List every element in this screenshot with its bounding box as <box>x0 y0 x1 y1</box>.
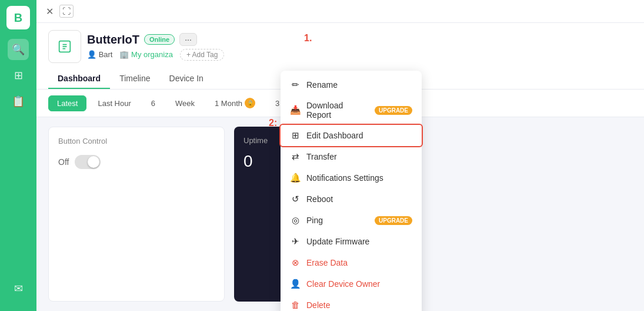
download-icon: 📥 <box>290 105 301 115</box>
status-badge: Online <box>144 34 175 45</box>
menu-item-firmware[interactable]: ✈ Update Firmware <box>281 231 422 252</box>
search-icon: 🔍 <box>12 43 25 56</box>
grid-icon: ⊞ <box>14 69 23 82</box>
report-icon: 📋 <box>12 95 25 108</box>
toggle-row: Off <box>58 155 215 169</box>
menu-item-delete[interactable]: 🗑 Delete <box>281 295 422 311</box>
device-user: Bart <box>99 50 113 59</box>
sidebar-item-grid[interactable]: ⊞ <box>8 65 29 86</box>
toggle-label: Off <box>58 157 69 167</box>
send-icon: ✉ <box>14 282 23 295</box>
sidebar-logo[interactable]: B <box>6 6 30 29</box>
delete-icon: 🗑 <box>290 300 301 310</box>
sidebar-item-report[interactable]: 📋 <box>8 91 29 112</box>
sidebar-item-send[interactable]: ✉ <box>8 278 29 299</box>
firmware-icon: ✈ <box>290 236 301 247</box>
time-btn-week[interactable]: Week <box>166 95 203 111</box>
button-control-card: Button Control Off <box>48 127 225 302</box>
reboot-icon: ↺ <box>290 194 301 204</box>
edit-dashboard-icon: ⊞ <box>290 130 301 141</box>
menu-item-transfer[interactable]: ⇄ Transfer <box>281 146 422 167</box>
device-org-link[interactable]: My organiza <box>131 50 173 59</box>
menu-item-notifications[interactable]: 🔔 Notifications Settings <box>281 167 422 188</box>
tab-device-info[interactable]: Device In <box>160 69 213 89</box>
upgrade-badge-ping: UPGRADE <box>375 216 412 225</box>
main-content: ✕ ⛶ ButterIoT Online ··· 👤 Bart 🏢 My org… <box>36 0 644 311</box>
menu-item-ping[interactable]: ◎ Ping UPGRADE <box>281 210 422 231</box>
menu-item-clear-owner[interactable]: 👤 Clear Device Owner <box>281 273 422 295</box>
menu-item-reboot-label: Reboot <box>306 194 333 204</box>
sidebar: B 🔍 ⊞ 📋 ✉ <box>0 0 36 311</box>
device-icon <box>48 30 81 63</box>
menu-item-erase-label: Erase Data <box>306 258 348 267</box>
device-name: ButterIoT <box>87 33 139 47</box>
menu-item-notifications-label: Notifications Settings <box>306 173 383 183</box>
expand-button[interactable]: ⛶ <box>59 5 74 18</box>
topbar: ✕ ⛶ <box>36 0 644 23</box>
menu-item-rename-label: Rename <box>306 80 338 90</box>
menu-item-firmware-label: Update Firmware <box>306 237 369 246</box>
time-btn-6[interactable]: 6 <box>142 95 164 111</box>
menu-item-download[interactable]: 📥 Download Report UPGRADE <box>281 95 422 125</box>
menu-item-rename[interactable]: ✏ Rename <box>281 74 422 95</box>
device-info: ButterIoT Online ··· 👤 Bart 🏢 My organiz… <box>87 33 224 61</box>
menu-item-clear-owner-label: Clear Device Owner <box>306 279 380 289</box>
time-btn-latest[interactable]: Latest <box>48 95 86 111</box>
toggle-switch[interactable] <box>75 155 101 169</box>
device-meta: 👤 Bart 🏢 My organiza + Add Tag <box>87 49 224 61</box>
close-button[interactable]: ✕ <box>46 6 54 17</box>
transfer-icon: ⇄ <box>290 151 301 162</box>
ping-icon: ◎ <box>290 215 301 226</box>
menu-dots-button[interactable]: ··· <box>179 33 197 46</box>
lock-badge-1month: 🔒 <box>245 98 255 108</box>
rename-icon: ✏ <box>290 80 301 90</box>
clear-owner-icon: 👤 <box>290 279 301 289</box>
menu-item-edit-dashboard-label: Edit Dashboard <box>306 131 363 140</box>
tab-timeline[interactable]: Timeline <box>110 69 159 89</box>
add-tag-button[interactable]: + Add Tag <box>180 49 225 61</box>
time-btn-1month[interactable]: 1 Month 🔒 <box>206 94 264 112</box>
menu-item-edit-dashboard[interactable]: ⊞ Edit Dashboard <box>281 125 422 146</box>
menu-item-transfer-label: Transfer <box>306 152 337 161</box>
tab-dashboard[interactable]: Dashboard <box>48 69 110 89</box>
menu-item-download-label: Download Report <box>306 101 369 120</box>
menu-item-ping-label: Ping <box>306 216 323 225</box>
menu-item-reboot[interactable]: ↺ Reboot <box>281 188 422 210</box>
upgrade-badge-download: UPGRADE <box>375 106 412 115</box>
dropdown-menu: ✏ Rename 📥 Download Report UPGRADE ⊞ Edi… <box>281 71 422 311</box>
sidebar-item-search[interactable]: 🔍 <box>8 39 29 60</box>
menu-item-delete-label: Delete <box>306 300 330 310</box>
erase-icon: ⊗ <box>290 257 301 268</box>
menu-item-erase[interactable]: ⊗ Erase Data <box>281 252 422 273</box>
notifications-icon: 🔔 <box>290 173 301 183</box>
time-btn-last-hour[interactable]: Last Hour <box>89 95 139 111</box>
button-control-title: Button Control <box>58 137 215 145</box>
